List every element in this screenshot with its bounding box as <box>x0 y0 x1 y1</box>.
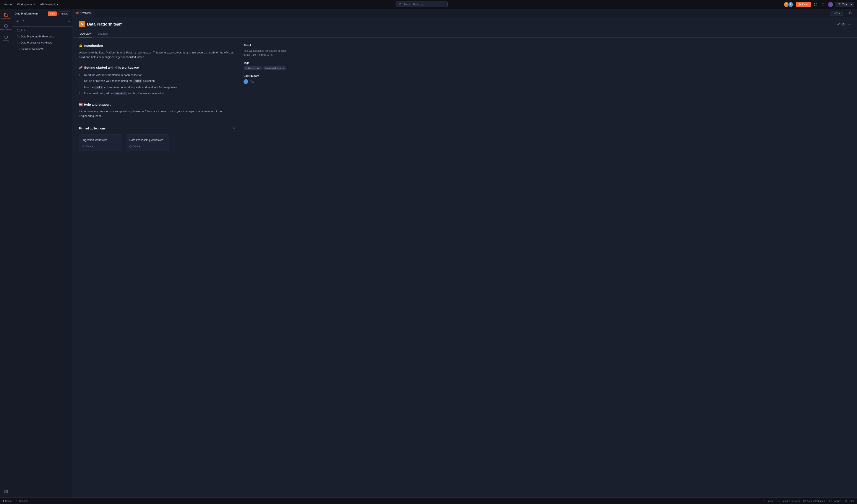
cookies-button[interactable]: Cookies <box>829 500 841 502</box>
team-button[interactable]: Team ▾ <box>836 2 854 7</box>
tab-bar: Overview + Beta ▾ <box>73 9 857 17</box>
workspace-title: Data Platform team <box>87 22 123 27</box>
collection-ingestion-label: Ingestion workflows <box>21 47 44 50</box>
svg-rect-20 <box>78 13 79 14</box>
cookies-icon <box>829 500 831 502</box>
nav-right: D P Invite U <box>784 2 854 7</box>
pinned-card-title-1: Ingestion workflows <box>83 138 118 142</box>
svg-rect-8 <box>4 490 6 491</box>
collection-folder-icon <box>17 29 19 32</box>
environment-selector[interactable]: Beta ▾ <box>830 11 843 16</box>
trash-icon <box>845 500 847 502</box>
auto-select-agent-button[interactable]: Auto-select agent <box>803 500 826 502</box>
pinned-card-title-2: Data Processing workflows <box>129 138 165 142</box>
tab-settings[interactable]: Settings <box>97 30 108 37</box>
collection-data-processing-label: Data Processing workflows <box>21 41 52 44</box>
collection-item-ingestion[interactable]: › Ingestion workflows <box>12 46 72 52</box>
api-network-menu[interactable]: API Network ▾ <box>38 2 60 7</box>
steps-list: 1. Read the API documentation in each co… <box>79 72 235 97</box>
overview-tabs: Overview Settings <box>73 30 857 38</box>
pinned-header: Pinned collections + <box>79 126 235 131</box>
workspaces-menu[interactable]: Workspaces ▾ <box>15 2 37 7</box>
env-chevron-icon: ▾ <box>839 12 840 15</box>
svg-point-6 <box>839 3 840 4</box>
contributor-name: You <box>250 80 254 83</box>
watch-button[interactable]: 2 <box>837 23 845 26</box>
tab-overview[interactable]: Overview <box>79 30 92 37</box>
svg-point-0 <box>400 3 401 5</box>
bottom-bar: Online Console Runner Capture requests A… <box>0 498 857 504</box>
collection-item-auth[interactable]: › Auth <box>12 28 72 34</box>
svg-rect-18 <box>77 12 78 13</box>
env-icon-1 <box>83 145 85 147</box>
sidebar-item-history[interactable]: History <box>1 33 11 44</box>
more-options-button[interactable]: ··· <box>848 22 851 26</box>
sidebar-item-collections[interactable]: Collections <box>1 11 11 21</box>
collections-toolbar: ＋ ··· <box>12 16 72 27</box>
step-1: 1. Read the API documentation in each co… <box>79 72 235 78</box>
online-dot-icon <box>3 500 4 502</box>
svg-point-2 <box>799 3 800 4</box>
intro-text: Welcome to the Data Platform team's Post… <box>79 50 235 59</box>
svg-point-5 <box>815 4 816 5</box>
svg-marker-23 <box>83 145 85 147</box>
pinned-card-data-processing[interactable]: Data Processing workflows Beta ▾ <box>125 134 169 151</box>
main-layout: Collections Environments History Data Pl <box>0 9 857 498</box>
collection-item-data-processing[interactable]: › Data Processing workflows <box>12 40 72 46</box>
capture-requests-button[interactable]: Capture requests <box>778 500 800 502</box>
toolbar-more-button[interactable]: ··· <box>67 19 70 23</box>
workspace-actions: 2 ··· <box>837 22 851 26</box>
step-3: 3. Use the Beta environment to send requ… <box>79 84 235 90</box>
team-chevron-icon: ▾ <box>851 3 852 6</box>
add-tab-button[interactable]: + <box>95 11 101 15</box>
svg-rect-10 <box>6 492 7 493</box>
collection-auth-label: Auth <box>21 29 26 32</box>
chevron-api-ref-icon: › <box>15 35 15 38</box>
notifications-icon-button[interactable] <box>820 2 826 7</box>
overview-body: 👋 Introduction Welcome to the Data Platf… <box>73 38 857 163</box>
console-button[interactable]: Console <box>16 500 28 502</box>
intro-heading: 👋 Introduction <box>79 44 235 48</box>
chevron-data-processing-icon: › <box>15 41 15 44</box>
right-area: Overview + Beta ▾ <box>73 9 857 498</box>
sidebar-item-flows[interactable] <box>1 488 11 496</box>
search-bar[interactable]: Search Postman <box>396 1 448 7</box>
top-nav: Home Workspaces ▾ API Network ▾ Search P… <box>0 0 857 9</box>
svg-line-1 <box>401 5 401 5</box>
import-button[interactable]: Import <box>58 11 70 16</box>
step-2: 2. Set up or refresh your tokens using t… <box>79 78 235 84</box>
settings-icon-button[interactable] <box>813 2 818 7</box>
collection-item-api-ref[interactable]: › Data Platform API Reference <box>12 34 72 40</box>
add-collection-button[interactable]: ＋ <box>15 18 20 25</box>
about-title: About <box>243 44 287 47</box>
home-link[interactable]: Home <box>3 2 14 7</box>
trash-button[interactable]: Trash <box>845 500 854 502</box>
pinned-add-button[interactable]: + <box>233 126 235 131</box>
user-avatar[interactable]: U <box>828 2 834 7</box>
help-text: If you have any questions or suggestions… <box>79 109 235 118</box>
svg-point-22 <box>838 24 839 25</box>
pinned-card-ingestion[interactable]: Ingestion workflows Beta ▾ <box>79 134 122 151</box>
eye-icon <box>837 23 840 26</box>
contributors-title: Contributors <box>243 74 287 77</box>
invite-button[interactable]: Invite <box>796 2 811 7</box>
workspace-header: D Data Platform team 2 ··· <box>73 17 857 27</box>
collections-icon <box>4 13 8 17</box>
online-status: Online <box>3 500 12 502</box>
svg-rect-11 <box>4 492 6 493</box>
pinned-card-env-1[interactable]: Beta ▾ <box>83 145 118 148</box>
avatar-group: D P <box>784 2 793 7</box>
overview-tab[interactable]: Overview <box>73 9 95 17</box>
collection-folder-icon-3 <box>17 41 19 44</box>
workspaces-chevron-icon: ▾ <box>33 3 35 6</box>
about-sidebar: About This workspace is the source of tr… <box>235 44 287 157</box>
tag-team-workspaces: team-workspaces <box>263 66 286 70</box>
save-icon-button[interactable] <box>847 11 854 15</box>
sidebar-item-environments[interactable]: Environments <box>1 22 11 33</box>
filter-icon <box>22 20 25 23</box>
new-button[interactable]: New <box>48 12 57 16</box>
pinned-card-env-2[interactable]: Beta ▾ <box>129 145 165 148</box>
runner-button[interactable]: Runner <box>763 500 774 502</box>
svg-rect-21 <box>77 13 78 14</box>
collection-folder-icon-2 <box>17 35 19 38</box>
